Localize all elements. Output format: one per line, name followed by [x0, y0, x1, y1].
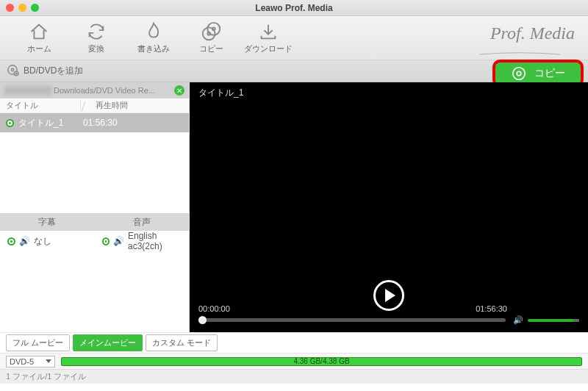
source-path-redacted: [4, 86, 51, 95]
title-list-empty: [0, 132, 189, 213]
preview-title: タイトル_1: [198, 87, 243, 99]
audio-header: 音声: [95, 216, 190, 229]
remove-source-button[interactable]: ✕: [174, 85, 184, 96]
capacity-bar: 4.36 GB/4.38 GB: [61, 357, 582, 366]
add-disc-icon: [6, 63, 19, 79]
subtitle-cell[interactable]: 🔊 なし: [0, 235, 95, 248]
source-path-row: Downloads/DVD Video Re... ✕: [0, 82, 189, 98]
audio-radio[interactable]: [102, 237, 110, 245]
mode-custom-button[interactable]: カスタム モード: [146, 334, 218, 351]
title-row-name: タイトル_1: [18, 117, 83, 129]
nav-download-label: ダウンロード: [244, 43, 293, 54]
mode-main-button[interactable]: メインムービー: [73, 334, 143, 351]
disc-type-value: DVD-5: [10, 357, 34, 366]
source-path-text: Downloads/DVD Video Re...: [54, 86, 155, 95]
svg-point-5: [11, 68, 13, 71]
copy-start-label: コピー: [534, 67, 565, 80]
nav-copy-label: コピー: [199, 43, 223, 54]
svg-point-7: [513, 67, 526, 79]
main-area: Downloads/DVD Video Re... ✕ タイトル 再生時間 タイ…: [0, 82, 588, 332]
col-duration: 再生時間: [81, 100, 128, 111]
mode-full-button[interactable]: フル ムービー: [6, 334, 70, 351]
home-icon: [28, 21, 50, 42]
status-text: 1 ファイル/1 ファイル: [6, 371, 86, 382]
brand-underline: [465, 49, 575, 53]
add-bd-dvd-label: BD/DVDを追加: [24, 65, 83, 77]
top-toolbar: ホーム 変換 書き込み コピー ダウンロード Prof. Media: [0, 16, 588, 60]
window-title: Leawo Prof. Media: [0, 3, 588, 13]
volume-control: 🔊: [513, 315, 579, 325]
seek-knob[interactable]: [198, 316, 207, 324]
add-bd-dvd-button[interactable]: BD/DVDを追加: [6, 63, 83, 79]
subtitle-header: 字幕: [0, 216, 95, 229]
capacity-text: 4.36 GB/4.38 GB: [293, 357, 349, 365]
playback-controls: 🔊: [198, 315, 579, 325]
nav-copy-button[interactable]: コピー: [182, 21, 240, 54]
nav-burn-button[interactable]: 書き込み: [125, 21, 182, 54]
seek-slider[interactable]: [198, 318, 506, 322]
track-row: 🔊 なし 🔊 English ac3(2ch): [0, 231, 189, 251]
col-title: タイトル: [0, 100, 81, 111]
nav-convert-label: 変換: [88, 43, 104, 54]
nav-convert-button[interactable]: 変換: [68, 21, 125, 54]
speaker-icon: 🔊: [19, 236, 30, 246]
svg-point-8: [517, 71, 521, 76]
title-column-headers: タイトル 再生時間: [0, 98, 189, 113]
left-blank: [0, 251, 189, 332]
disc-icon: [511, 65, 527, 82]
window-titlebar: Leawo Prof. Media: [0, 0, 588, 16]
disc-type-select[interactable]: DVD-5: [6, 356, 55, 367]
nav-download-button[interactable]: ダウンロード: [240, 21, 297, 54]
disc-copy-icon: [200, 21, 222, 42]
nav-home-label: ホーム: [27, 43, 51, 54]
time-total: 01:56:30: [476, 304, 507, 313]
status-bar: 1 ファイル/1 ファイル: [0, 369, 588, 384]
disc-capacity-row: DVD-5 4.36 GB/4.38 GB: [0, 353, 588, 369]
title-row-radio[interactable]: [6, 119, 14, 127]
action-bar: BD/DVDを追加 コピー: [0, 60, 588, 82]
title-list-panel: Downloads/DVD Video Re... ✕ タイトル 再生時間 タイ…: [0, 82, 190, 332]
preview-panel: タイトル_1 00:00:00 01:56:30 🔊: [190, 82, 588, 332]
brand-logo: Prof. Media: [490, 24, 575, 43]
nav-burn-label: 書き込み: [137, 43, 170, 54]
volume-slider[interactable]: [528, 319, 579, 322]
volume-icon[interactable]: 🔊: [513, 315, 523, 325]
audio-cell[interactable]: 🔊 English ac3(2ch): [95, 231, 190, 251]
burn-icon: [143, 21, 165, 42]
track-headers: 字幕 音声: [0, 213, 189, 231]
subtitle-radio[interactable]: [7, 237, 15, 245]
title-row-duration: 01:56:30: [83, 118, 118, 128]
speaker-icon: 🔊: [113, 236, 124, 246]
convert-icon: [85, 21, 107, 42]
download-icon: [257, 21, 279, 42]
time-current: 00:00:00: [198, 304, 230, 313]
title-row[interactable]: タイトル_1 01:56:30: [0, 113, 189, 132]
subtitle-value: なし: [34, 235, 51, 248]
nav-home-button[interactable]: ホーム: [10, 21, 68, 54]
audio-value: English ac3(2ch): [128, 231, 189, 251]
time-labels: 00:00:00 01:56:30: [198, 304, 507, 313]
mode-selector-row: フル ムービー メインムービー カスタム モード: [0, 332, 588, 353]
